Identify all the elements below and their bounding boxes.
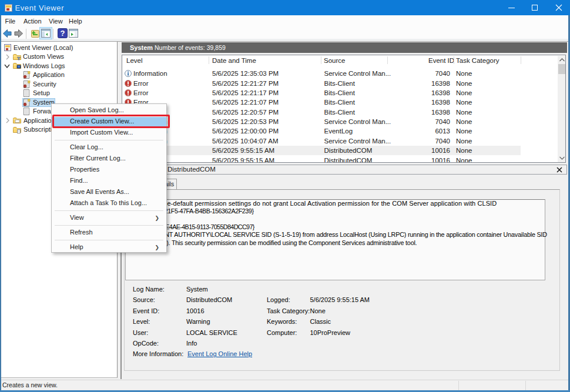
svg-text:?: ? <box>61 29 65 38</box>
